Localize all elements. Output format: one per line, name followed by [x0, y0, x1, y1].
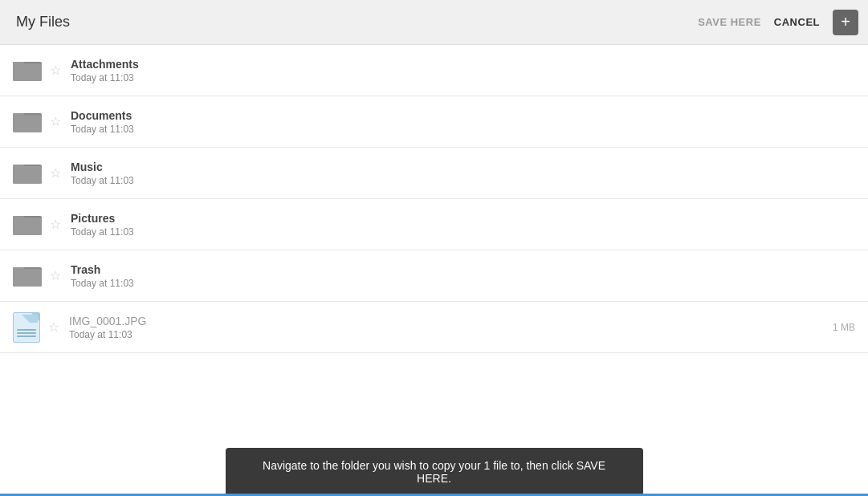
file-date: Today at 11:03 [71, 72, 855, 83]
file-list: ☆ Attachments Today at 11:03 ☆ Documents… [0, 45, 868, 448]
file-date: Today at 11:03 [71, 175, 855, 186]
file-date: Today at 11:03 [69, 329, 823, 340]
cancel-button[interactable]: CANCEL [774, 16, 820, 28]
list-item[interactable]: ☆ Trash Today at 11:03 [0, 250, 868, 302]
star-icon[interactable]: ☆ [50, 165, 61, 181]
list-item[interactable]: ☆ IMG_0001.JPG Today at 11:03 1 MB [0, 302, 868, 353]
tooltip-bar: Navigate to the folder you wish to copy … [0, 448, 868, 496]
file-date: Today at 11:03 [71, 124, 855, 135]
svg-rect-5 [13, 113, 24, 117]
star-icon[interactable]: ☆ [48, 319, 59, 335]
list-item[interactable]: ☆ Documents Today at 11:03 [0, 96, 868, 148]
svg-rect-2 [13, 62, 24, 66]
svg-rect-11 [13, 216, 24, 220]
file-name: IMG_0001.JPG [69, 315, 823, 327]
folder-icon [13, 108, 42, 136]
file-info: Pictures Today at 11:03 [71, 212, 855, 238]
svg-rect-8 [13, 165, 24, 169]
file-name: Trash [71, 263, 855, 276]
tooltip-box: Navigate to the folder you wish to copy … [226, 448, 643, 496]
file-info: Trash Today at 11:03 [71, 263, 855, 289]
file-name: Pictures [71, 212, 855, 225]
header: My Files SAVE HERE CANCEL + [0, 0, 868, 45]
list-item[interactable]: ☆ Attachments Today at 11:03 [0, 45, 868, 96]
folder-icon [13, 57, 42, 84]
new-folder-button[interactable]: + [833, 10, 858, 35]
list-item[interactable]: ☆ Music Today at 11:03 [0, 148, 868, 199]
star-icon[interactable]: ☆ [50, 63, 61, 78]
file-info: Documents Today at 11:03 [71, 109, 855, 135]
svg-rect-10 [13, 218, 42, 235]
folder-icon [13, 211, 42, 238]
header-actions: SAVE HERE CANCEL + [698, 10, 858, 35]
svg-rect-14 [13, 267, 24, 271]
file-size: 1 MB [823, 322, 855, 333]
folder-icon [13, 262, 42, 290]
tooltip-text: Navigate to the folder you wish to copy … [263, 459, 605, 485]
star-icon[interactable]: ☆ [50, 268, 61, 283]
svg-rect-7 [13, 166, 42, 184]
file-name: Documents [71, 109, 855, 122]
star-icon[interactable]: ☆ [50, 217, 61, 232]
file-name: Attachments [71, 58, 855, 71]
file-info: Attachments Today at 11:03 [71, 58, 855, 83]
file-info: IMG_0001.JPG Today at 11:03 [69, 315, 823, 340]
list-item[interactable]: ☆ Pictures Today at 11:03 [0, 199, 868, 250]
image-file-icon [13, 312, 40, 343]
page-title: My Files [16, 14, 70, 30]
file-date: Today at 11:03 [71, 226, 855, 238]
star-icon[interactable]: ☆ [50, 114, 61, 129]
plus-icon: + [841, 13, 850, 31]
svg-rect-1 [13, 63, 42, 81]
svg-rect-4 [13, 115, 42, 132]
file-name: Music [71, 161, 855, 173]
file-date: Today at 11:03 [71, 278, 855, 289]
folder-icon [13, 160, 42, 187]
svg-rect-13 [13, 269, 42, 287]
file-info: Music Today at 11:03 [71, 161, 855, 186]
save-here-button[interactable]: SAVE HERE [698, 16, 761, 28]
